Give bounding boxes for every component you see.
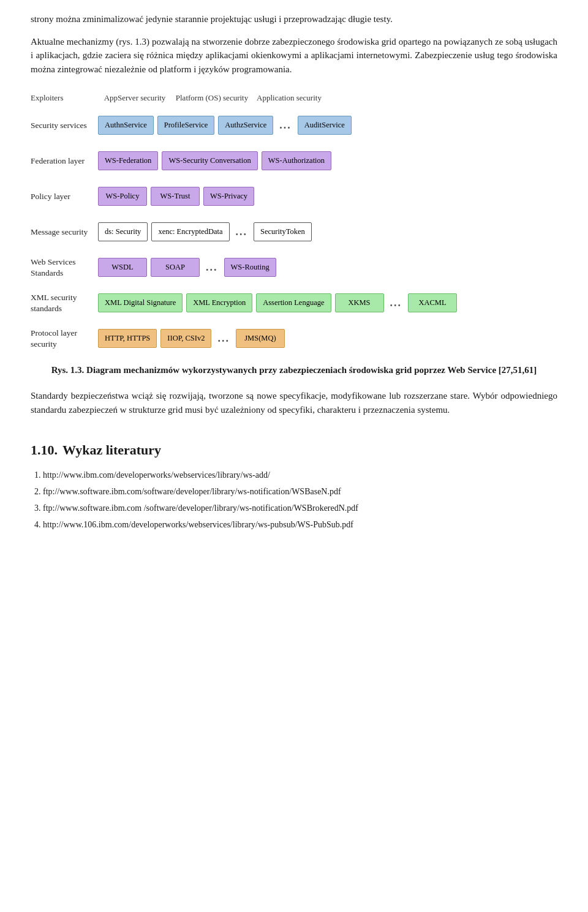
row-cells: ds: Securityxenc: EncryptedData...Securi… <box>98 222 557 241</box>
reference-list: http://www.ibm.com/developerworks/webser… <box>43 469 557 531</box>
diagram-cell: SecurityToken <box>254 222 312 241</box>
row-cells: WS-FederationWS-Security ConversationWS-… <box>98 151 557 170</box>
top-header-label: Application security <box>252 92 326 104</box>
diagram-row: Message securityds: Securityxenc: Encryp… <box>31 217 557 247</box>
section-title: Wykaz literatury <box>62 440 161 460</box>
diagram-cell: XACML <box>408 293 457 312</box>
diagram-cell: IIOP, CSIv2 <box>160 329 211 347</box>
diagram-cell: WS-Routing <box>224 258 276 276</box>
diagram-cell: HTTP, HTTPS <box>98 329 157 347</box>
diagram: Exploiters AppServer securityPlatform (O… <box>31 91 557 353</box>
row-label: Protocol layer security <box>31 328 98 349</box>
diagram-cell: XML Digital Signature <box>98 293 183 312</box>
row-label: Message security <box>31 227 98 238</box>
diagram-cell: AuthnService <box>98 116 154 134</box>
row-cells: AuthnServiceProfileServiceAuthzService..… <box>98 116 557 134</box>
row-label: Security services <box>31 120 98 131</box>
row-label: Federation layer <box>31 156 98 167</box>
paragraph-1: strony można zminimalizować jedynie star… <box>31 12 557 26</box>
row-label: Policy layer <box>31 191 98 202</box>
top-header-label: Platform (OS) security <box>175 92 249 104</box>
dots-separator: ... <box>277 117 294 134</box>
diagram-cell: Assertion Lenguage <box>256 293 331 312</box>
diagram-cell: WS-Trust <box>151 187 200 205</box>
diagram-cell: AuthzService <box>218 116 273 134</box>
reference-item: ftp://www.software.ibm.com /software/dev… <box>43 502 557 514</box>
diagram-cell: WSDL <box>98 258 147 276</box>
diagram-row: Web Services StandardsWSDLSOAP...WS-Rout… <box>31 253 557 282</box>
figure-caption: Rys. 1.3. Diagram mechanizmów wykorzysty… <box>31 363 557 377</box>
dots-separator: ... <box>388 295 405 311</box>
paragraph-2: Aktualne mechanizmy (rys. 1.3) pozwalają… <box>31 35 557 77</box>
dots-separator: ... <box>215 330 232 347</box>
row-cells: WSDLSOAP...WS-Routing <box>98 258 557 276</box>
diagram-cell: ProfileService <box>157 116 215 134</box>
diagram-cell: WS-Privacy <box>203 187 254 205</box>
row-cells: HTTP, HTTPSIIOP, CSIv2...JMS(MQ) <box>98 329 557 347</box>
paragraph-after: Standardy bezpieczeństwa wciąż się rozwi… <box>31 389 557 416</box>
section-number: 1.10. <box>31 440 58 460</box>
diagram-cell: SOAP <box>151 258 200 276</box>
diagram-cell: AuditService <box>298 116 352 134</box>
diagram-cell: XML Encryption <box>186 293 252 312</box>
row-label: Web Services Standards <box>31 257 98 278</box>
diagram-row: Security servicesAuthnServiceProfileServ… <box>31 111 557 140</box>
top-header-label: AppServer security <box>98 92 172 104</box>
dots-separator: ... <box>203 259 221 276</box>
reference-item: http://www.106.ibm.com/developerworks/we… <box>43 518 557 531</box>
row-cells: WS-PolicyWS-TrustWS-Privacy <box>98 187 557 205</box>
dots-separator: ... <box>233 224 251 240</box>
diagram-rows: Security servicesAuthnServiceProfileServ… <box>31 111 557 353</box>
diagram-row: Policy layerWS-PolicyWS-TrustWS-Privacy <box>31 182 557 211</box>
diagram-cell: WS-Authorization <box>262 151 331 170</box>
diagram-cell: WS-Federation <box>98 151 158 170</box>
diagram-cell: WS-Policy <box>98 187 147 205</box>
diagram-cell: WS-Security Conversation <box>162 151 257 170</box>
exploiters-label: Exploiters <box>31 91 98 105</box>
diagram-row: XML security standardsXML Digital Signat… <box>31 288 557 318</box>
diagram-row: Federation layerWS-FederationWS-Security… <box>31 146 557 176</box>
diagram-header-row: Exploiters AppServer securityPlatform (O… <box>31 91 557 105</box>
diagram-cell: xenc: EncryptedData <box>151 222 229 241</box>
top-header-labels: AppServer securityPlatform (OS) security… <box>98 92 557 104</box>
section-heading-row: 1.10. Wykaz literatury <box>31 425 557 469</box>
diagram-cell: XKMS <box>335 293 384 312</box>
row-label: XML security standards <box>31 292 98 314</box>
row-cells: XML Digital SignatureXML EncryptionAsser… <box>98 293 557 312</box>
diagram-row: Protocol layer securityHTTP, HTTPSIIOP, … <box>31 324 557 353</box>
diagram-cell: JMS(MQ) <box>236 329 285 347</box>
reference-item: ftp://www.software.ibm.com/software/deve… <box>43 485 557 498</box>
reference-item: http://www.ibm.com/developerworks/webser… <box>43 469 557 481</box>
diagram-cell: ds: Security <box>98 222 148 241</box>
